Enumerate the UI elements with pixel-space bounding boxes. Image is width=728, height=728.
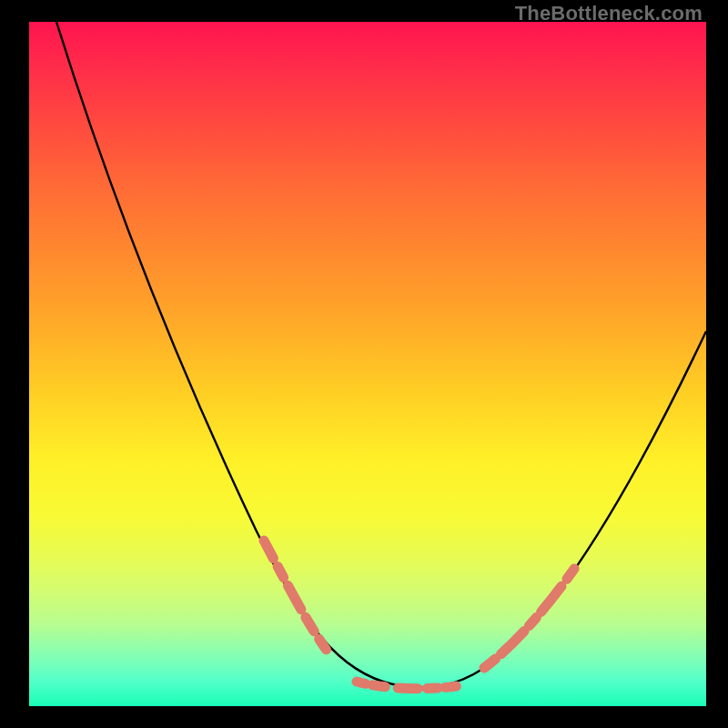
valley-markers <box>357 682 457 689</box>
bottleneck-curve <box>56 22 706 687</box>
plot-area <box>29 22 706 706</box>
right-shoulder-markers <box>484 548 589 668</box>
watermark-label: TheBottleneck.com <box>515 4 703 24</box>
chart-frame: TheBottleneck.com <box>0 0 728 728</box>
curve-layer <box>29 22 706 706</box>
left-shoulder-markers <box>264 541 349 677</box>
